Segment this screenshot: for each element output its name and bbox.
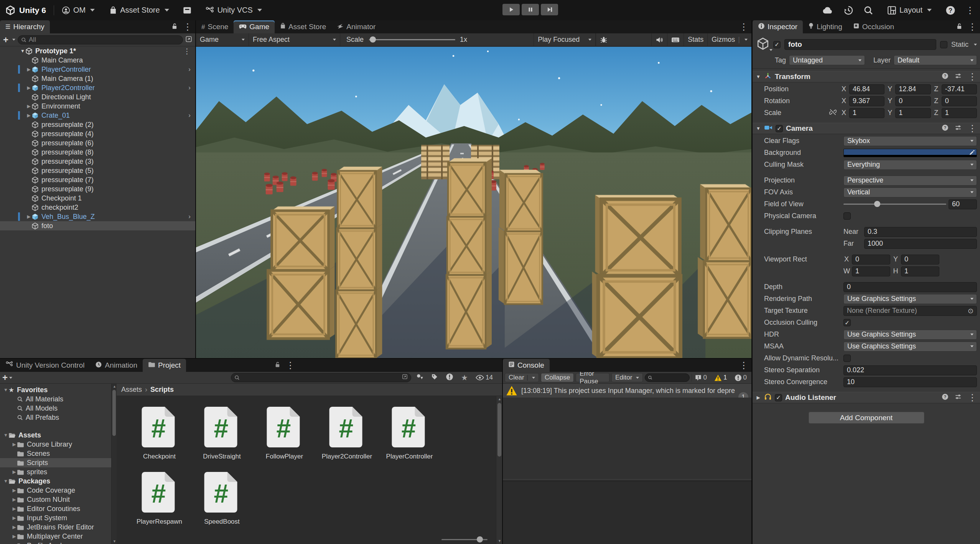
tab-console[interactable]: Console	[503, 359, 550, 372]
add-component-button[interactable]: Add Component	[809, 412, 924, 424]
cloud-icon[interactable]	[822, 6, 833, 15]
tab-project[interactable]: Project	[143, 359, 186, 372]
lock-icon[interactable]	[275, 362, 280, 369]
component-enabled-checkbox[interactable]: ✓	[775, 394, 782, 401]
expand-arrow[interactable]: ▼	[3, 387, 8, 393]
tree-item-scripts[interactable]: Scripts	[0, 458, 111, 467]
collapse-button[interactable]: Collapse	[541, 373, 574, 382]
hierarchy-item-pressureplate-7-[interactable]: pressureplate (7)	[0, 175, 195, 184]
rotation-y-field[interactable]: 0	[895, 96, 931, 106]
breadcrumb-root[interactable]: Assets	[121, 386, 142, 394]
name-field[interactable]: foto	[784, 39, 936, 50]
search-importance-icon[interactable]	[446, 373, 453, 382]
console-more-menu[interactable]: ⋮	[739, 361, 748, 370]
play-button[interactable]	[502, 4, 520, 15]
hierarchy-item-pressureplate-8-[interactable]: pressureplate (8)	[0, 148, 195, 157]
prefab-open-chevron[interactable]: ›	[188, 112, 191, 119]
virtual-keyboard-button[interactable]	[667, 33, 684, 46]
tree-item-code-coverage[interactable]: ▶Code Coverage	[0, 486, 111, 495]
fov-slider[interactable]	[843, 204, 946, 205]
tree-item-assets[interactable]: ▼Assets	[0, 431, 111, 440]
asset-store-menu[interactable]: Asset Store	[105, 6, 173, 15]
presets-icon[interactable]	[955, 72, 962, 81]
play-focused-dropdown[interactable]: Play Focused	[534, 33, 596, 46]
hierarchy-item-checkpoint2[interactable]: checkpoint2	[0, 203, 195, 212]
asset-checkpoint[interactable]: #Checkpoint	[128, 406, 191, 460]
hierarchy-search-input[interactable]: All	[18, 35, 183, 44]
presets-icon[interactable]	[955, 124, 962, 133]
fov-value-field[interactable]: 60	[949, 199, 977, 209]
asset-playerrespawn[interactable]: #PlayerRespawn	[128, 471, 191, 526]
component-more-menu[interactable]: ⋮	[968, 72, 977, 81]
layout-menu[interactable]: Layout	[883, 6, 936, 15]
dropdown[interactable]: Skybox	[843, 136, 977, 146]
expand-arrow[interactable]: ▶	[26, 104, 31, 109]
value-field[interactable]: 0	[901, 255, 939, 265]
clear-button[interactable]: Clear|	[505, 373, 539, 382]
tab-animator[interactable]: Animator	[331, 20, 381, 33]
hierarchy-item-veh-bus-blue-z[interactable]: ▶Veh_Bus_Blue_Z›	[0, 212, 195, 221]
expand-arrow[interactable]: ▶	[26, 214, 31, 219]
hierarchy-item-main-camera-1-[interactable]: Main Camera (1)	[0, 74, 195, 83]
console-search-input[interactable]	[645, 373, 689, 382]
expand-arrow[interactable]: ▶	[12, 469, 17, 475]
tab-animation[interactable]: Animation	[90, 359, 143, 372]
value-field[interactable]: 0.022	[843, 365, 977, 375]
gizmos-dropdown[interactable]: Gizmos|	[707, 33, 751, 46]
visibility-toggle[interactable]: 14	[476, 374, 493, 381]
position-y-field[interactable]: 12.84	[895, 84, 931, 94]
position-x-field[interactable]: 46.84	[849, 84, 884, 94]
static-checkbox[interactable]	[940, 41, 947, 48]
scale-y-field[interactable]: 1	[895, 108, 931, 118]
position-z-field[interactable]: -37.41	[942, 84, 977, 94]
hierarchy-more-menu[interactable]: ⋮	[183, 22, 192, 31]
hierarchy-item-pressureplate-5-[interactable]: pressureplate (5)	[0, 166, 195, 175]
scale-z-field[interactable]: 1	[942, 108, 977, 118]
expand-arrow[interactable]: ▶	[26, 85, 31, 90]
hierarchy-item-foto[interactable]: foto	[0, 221, 195, 230]
display-dropdown[interactable]: Game	[196, 33, 249, 46]
tab-lighting[interactable]: Lighting	[803, 20, 848, 33]
tree-item-input-system[interactable]: ▶Input System	[0, 513, 111, 523]
active-checkbox[interactable]: ✓	[773, 41, 781, 48]
help-icon[interactable]: ?	[942, 124, 949, 133]
prefab-open-chevron[interactable]: ›	[188, 66, 191, 73]
dropdown[interactable]: Perspective	[843, 176, 977, 186]
dropdown[interactable]: Use Graphics Settings	[843, 330, 977, 340]
tab-inspector[interactable]: Inspector	[753, 20, 803, 33]
tree-item-multiplayer-center[interactable]: ▶Multiplayer Center	[0, 532, 111, 541]
hierarchy-item-pressureplate-9-[interactable]: pressureplate (9)	[0, 184, 195, 194]
frame-debugger-button[interactable]	[596, 33, 611, 46]
hierarchy-item-pressureplate-4-[interactable]: pressureplate (4)	[0, 129, 195, 138]
dropdown[interactable]: Use Graphics Settings	[843, 294, 977, 304]
eyedropper-icon[interactable]	[969, 150, 975, 157]
tree-item-scenes[interactable]: Scenes	[0, 449, 111, 458]
rotation-x-field[interactable]: 9.367	[849, 96, 884, 106]
step-button[interactable]	[541, 4, 558, 15]
error-count[interactable]: 0	[732, 374, 749, 381]
expand-arrow[interactable]: ▶	[26, 67, 31, 72]
object-picker-icon[interactable]: ⊙	[968, 307, 973, 315]
hierarchy-item-pressureplate-6-[interactable]: pressureplate (6)	[0, 138, 195, 148]
value-field[interactable]: 1	[901, 266, 939, 276]
expand-arrow[interactable]: ▼	[3, 478, 8, 484]
presets-icon[interactable]	[955, 393, 962, 402]
add-object-caret[interactable]	[12, 39, 15, 41]
asset-followplayer[interactable]: #FollowPlayer	[253, 406, 316, 460]
prefab-open-chevron[interactable]: ›	[188, 213, 191, 220]
search-by-type-icon[interactable]	[416, 373, 423, 382]
dropdown[interactable]: Everything	[843, 160, 977, 170]
expand-arrow[interactable]: ▶	[12, 534, 17, 539]
project-more-menu[interactable]: ⋮	[286, 361, 295, 370]
lock-icon[interactable]	[956, 23, 962, 31]
asset-playercontroller[interactable]: #PlayerController	[378, 406, 441, 460]
tree-item-favorites[interactable]: ▼★Favorites	[0, 385, 111, 394]
archive-button[interactable]	[179, 7, 195, 14]
hierarchy-item-pressureplate-3-[interactable]: pressureplate (3)	[0, 157, 195, 166]
scale-x-field[interactable]: 1	[849, 108, 884, 118]
tree-item-course-library[interactable]: ▶Course Library	[0, 440, 111, 449]
value-field[interactable]: 0	[852, 255, 890, 265]
project-search-input[interactable]	[231, 373, 411, 382]
search-icon[interactable]	[863, 5, 873, 15]
warning-count[interactable]: 1	[712, 374, 730, 381]
